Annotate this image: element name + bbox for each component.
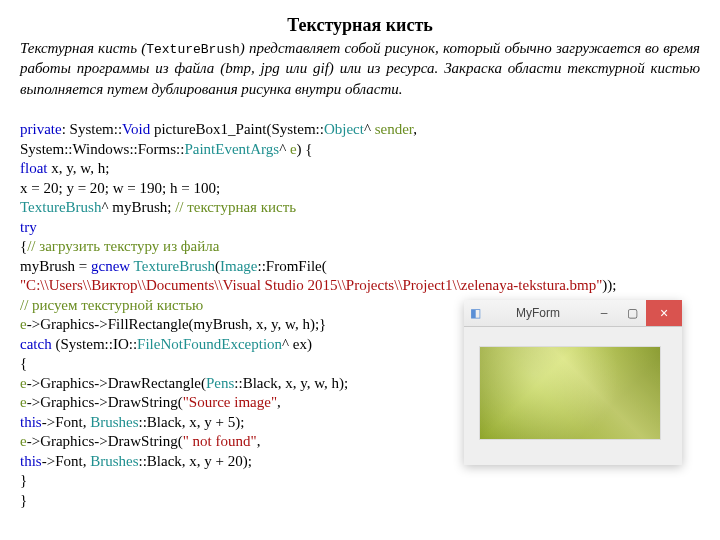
page-title: Текстурная кисть bbox=[20, 16, 700, 36]
comment-1: // текстурная кисть bbox=[175, 199, 296, 215]
maximize-button[interactable]: ▢ bbox=[618, 300, 646, 326]
kw-void: Void bbox=[122, 121, 150, 137]
type-brushes-2: Brushes bbox=[90, 453, 138, 469]
string-notfound: " not found" bbox=[183, 433, 257, 449]
type-pens: Pens bbox=[206, 375, 234, 391]
kw-gcnew: gcnew bbox=[91, 258, 130, 274]
texture-rectangle bbox=[480, 347, 660, 439]
kw-private: private bbox=[20, 121, 62, 137]
client-area bbox=[464, 327, 682, 465]
type-texturebrush: TextureBrush bbox=[20, 199, 101, 215]
kw-float: float bbox=[20, 160, 48, 176]
string-path: "C:\\Users\\Виктор\\Documents\\Visual St… bbox=[20, 277, 602, 293]
minimize-button[interactable]: – bbox=[590, 300, 618, 326]
param-sender: sender bbox=[375, 121, 414, 137]
string-source: "Source image" bbox=[183, 394, 277, 410]
param-e: e bbox=[290, 141, 297, 157]
description: Текстурная кисть (TextureBrush) представ… bbox=[20, 38, 700, 99]
type-brushes-1: Brushes bbox=[90, 414, 138, 430]
window-title: MyForm bbox=[486, 300, 590, 326]
type-filenotfound: FileNotFoundException bbox=[137, 336, 282, 352]
kw-this-2: this bbox=[20, 453, 42, 469]
close-button[interactable]: × bbox=[646, 300, 682, 326]
comment-2: // загрузить текстуру из файла bbox=[27, 238, 219, 254]
desc-part-1: Текстурная кисть ( bbox=[20, 40, 146, 56]
type-object: Object bbox=[324, 121, 364, 137]
type-painteventargs: PaintEventArgs bbox=[184, 141, 279, 157]
myform-window: ◧ MyForm – ▢ × bbox=[464, 300, 682, 464]
kw-this-1: this bbox=[20, 414, 42, 430]
desc-mono: TextureBrush bbox=[146, 42, 240, 57]
type-image: Image bbox=[220, 258, 257, 274]
comment-3: // рисуем текстурной кистью bbox=[20, 297, 203, 313]
titlebar[interactable]: ◧ MyForm – ▢ × bbox=[464, 300, 682, 327]
app-icon: ◧ bbox=[464, 300, 486, 326]
kw-catch: catch bbox=[20, 336, 52, 352]
kw-try: try bbox=[20, 219, 37, 235]
